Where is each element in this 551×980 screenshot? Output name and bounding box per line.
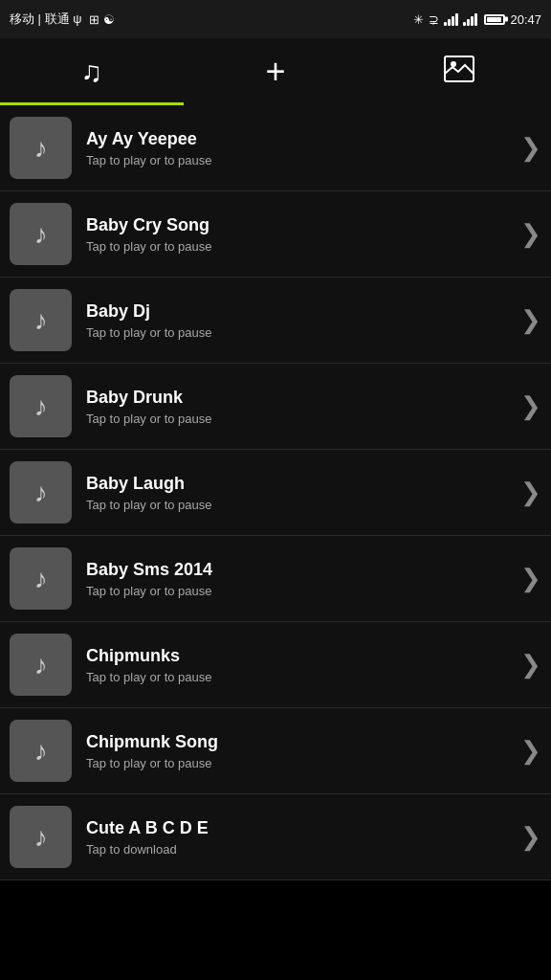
extra-icons: ⊞ ☯ [89, 12, 115, 27]
song-info: Baby Drunk Tap to play or to pause [86, 388, 511, 426]
svg-point-1 [451, 61, 456, 67]
song-thumbnail: ♪ [10, 117, 72, 179]
chevron-right-icon: ❯ [520, 822, 541, 852]
song-list: ♪ Ay Ay Yeepee Tap to play or to pause ❯… [0, 105, 551, 880]
song-subtitle: Tap to download [86, 842, 511, 857]
chevron-right-icon: ❯ [520, 219, 541, 249]
music-note-icon: ♪ [34, 219, 48, 250]
song-info: Baby Dj Tap to play or to pause [86, 301, 511, 340]
song-info: Cute A B C D E Tap to download [86, 818, 511, 857]
music-note-icon: ♪ [34, 564, 48, 594]
bluetooth-icon: ✳ [413, 12, 424, 27]
song-title: Cute A B C D E [86, 818, 511, 838]
song-info: Baby Sms 2014 Tap to play or to pause [86, 560, 511, 598]
song-subtitle: Tap to play or to pause [86, 153, 511, 167]
song-thumbnail: ♪ [10, 461, 72, 523]
nav-image[interactable] [367, 38, 551, 105]
list-item[interactable]: ♪ Chipmunks Tap to play or to pause ❯ [0, 622, 551, 708]
song-info: Chipmunk Song Tap to play or to pause [86, 732, 511, 770]
music-note-icon: ♪ [34, 822, 48, 853]
wifi-icon: ⊋ [429, 12, 439, 27]
song-title: Baby Drunk [86, 388, 511, 408]
chevron-right-icon: ❯ [520, 564, 541, 593]
list-item[interactable]: ♪ Ay Ay Yeepee Tap to play or to pause ❯ [0, 105, 551, 191]
battery-icon [484, 14, 505, 25]
list-item[interactable]: ♪ Baby Dj Tap to play or to pause ❯ [0, 278, 551, 364]
list-item[interactable]: ♪ Baby Drunk Tap to play or to pause ❯ [0, 364, 551, 450]
chevron-right-icon: ❯ [520, 478, 541, 507]
top-navigation: ♫ + [0, 38, 551, 105]
song-title: Chipmunk Song [86, 732, 511, 752]
signal-bars-2 [463, 12, 477, 26]
nav-add[interactable]: + [184, 38, 367, 105]
music-note-icon: ♪ [34, 478, 48, 508]
music-note-icon: ♪ [34, 391, 48, 422]
song-title: Baby Dj [86, 301, 511, 322]
song-title: Baby Cry Song [86, 215, 511, 235]
song-title: Baby Laugh [86, 474, 511, 494]
song-thumbnail: ♪ [10, 634, 72, 696]
list-item[interactable]: ♪ Chipmunk Song Tap to play or to pause … [0, 708, 551, 794]
chevron-right-icon: ❯ [520, 736, 541, 766]
song-subtitle: Tap to play or to pause [86, 756, 511, 770]
song-thumbnail: ♪ [10, 720, 72, 782]
song-info: Chipmunks Tap to play or to pause [86, 646, 511, 684]
signal-bars-1 [444, 12, 458, 26]
song-thumbnail: ♪ [10, 203, 72, 265]
status-left: 移动 | 联通 ψ ⊞ ☯ [10, 11, 115, 28]
chevron-right-icon: ❯ [520, 650, 541, 679]
song-subtitle: Tap to play or to pause [86, 239, 511, 254]
nav-music[interactable]: ♫ [0, 38, 184, 105]
song-subtitle: Tap to play or to pause [86, 584, 511, 598]
status-bar: 移动 | 联通 ψ ⊞ ☯ ✳ ⊋ 20:47 [0, 0, 551, 38]
song-subtitle: Tap to play or to pause [86, 325, 511, 340]
song-subtitle: Tap to play or to pause [86, 412, 511, 426]
list-item[interactable]: ♪ Baby Cry Song Tap to play or to pause … [0, 191, 551, 278]
song-thumbnail: ♪ [10, 375, 72, 437]
chevron-right-icon: ❯ [520, 391, 541, 421]
music-note-icon: ♫ [81, 56, 103, 88]
image-icon [444, 56, 474, 89]
song-subtitle: Tap to play or to pause [86, 670, 511, 684]
music-note-icon: ♪ [34, 305, 48, 336]
carrier-info: 移动 | 联通 ψ [10, 11, 81, 28]
chevron-right-icon: ❯ [520, 133, 541, 163]
music-note-icon: ♪ [34, 133, 48, 164]
song-subtitle: Tap to play or to pause [86, 498, 511, 512]
song-title: Ay Ay Yeepee [86, 129, 511, 149]
song-info: Baby Cry Song Tap to play or to pause [86, 215, 511, 254]
song-thumbnail: ♪ [10, 806, 72, 868]
list-item[interactable]: ♪ Baby Laugh Tap to play or to pause ❯ [0, 450, 551, 536]
chevron-right-icon: ❯ [520, 305, 541, 335]
song-title: Chipmunks [86, 646, 511, 666]
song-info: Baby Laugh Tap to play or to pause [86, 474, 511, 512]
status-right: ✳ ⊋ 20:47 [413, 12, 541, 27]
music-note-icon: ♪ [34, 650, 48, 680]
time-display: 20:47 [510, 12, 541, 27]
song-thumbnail: ♪ [10, 289, 72, 351]
list-item[interactable]: ♪ Baby Sms 2014 Tap to play or to pause … [0, 536, 551, 622]
add-icon: + [265, 52, 285, 92]
song-info: Ay Ay Yeepee Tap to play or to pause [86, 129, 511, 167]
song-title: Baby Sms 2014 [86, 560, 511, 580]
song-thumbnail: ♪ [10, 547, 72, 610]
music-note-icon: ♪ [34, 736, 48, 767]
list-item[interactable]: ♪ Cute A B C D E Tap to download ❯ [0, 794, 551, 880]
